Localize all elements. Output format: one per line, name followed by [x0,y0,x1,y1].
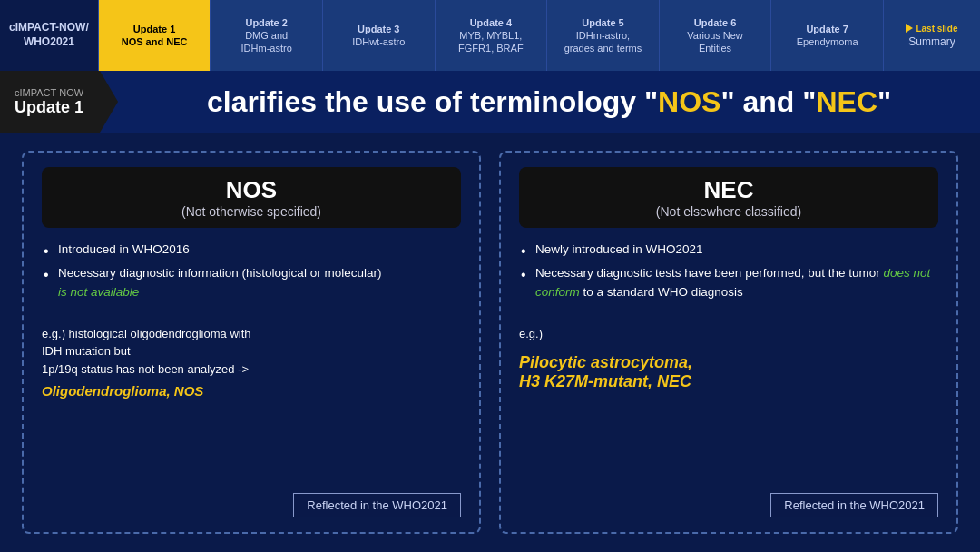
badge-small-text: cIMPACT-NOW [15,87,83,98]
badge-big-text: Update 1 [15,98,83,117]
nec-bullet-2: Necessary diagnostic tests have been per… [519,264,938,301]
nav-update1-sublabel: NOS and NEC [122,35,188,48]
nec-example-text: e.g.) [519,325,938,343]
nav-item-update2[interactable]: Update 2 DMG and IDHm-astro [211,0,323,71]
nav-update6-label: Update 6 [694,16,736,29]
nec-header: NEC (Not elsewhere classified) [519,167,938,228]
main-content: NOS (Not otherwise specified) Introduced… [0,133,980,552]
nos-bullet-list: Introduced in WHO2016 Necessary diagnost… [42,241,461,307]
nos-reflected-badge: Reflected in the WHO2021 [293,493,461,518]
nos-term-full: (Not otherwise specified) [56,204,446,219]
nec-card: NEC (Not elsewhere classified) Newly int… [499,151,958,534]
nav-update5-label: Update 5 [582,16,623,29]
nos-green-text: is not available [58,285,139,299]
nec-bullet2-suffix: to a standard WHO diagnosis [580,285,743,299]
nos-bullet-1: Introduced in WHO2016 [42,241,461,259]
nav-item-update4[interactable]: Update 4 MYB, MYBL1, FGFR1, BRAF [436,0,548,71]
nec-term-full: (Not elsewhere classified) [534,204,924,219]
slide-title-area: cIMPACT-NOW Update 1 clarifies the use o… [0,71,980,133]
nav-update3-sublabel: IDHwt-astro [352,35,405,48]
title-pre-text: clarifies the use of terminology " [207,85,658,118]
title-nec-highlight: NEC [816,85,877,118]
nav-update2-sublabel: DMG and IDHm-astro [241,29,292,55]
nec-term: NEC [534,176,924,204]
nec-bullet-list: Newly introduced in WHO2021 Necessary di… [519,241,938,307]
nav-update2-label: Update 2 [245,16,287,29]
nav-item-update3[interactable]: Update 3 IDHwt-astro [323,0,436,71]
nav-item-update6[interactable]: Update 6 Various New Entities [660,0,772,71]
title-mid-text: " and " [720,85,816,118]
nos-bullet-2: Necessary diagnostic information (histol… [42,264,461,301]
summary-label: Summary [908,35,955,48]
nav-item-update5[interactable]: Update 5 IDHm-astro; grades and terms [547,0,660,71]
nav-item-update1[interactable]: Update 1 NOS and NEC [99,0,211,71]
nec-bullet2-pre: Necessary diagnostic tests have been per… [535,266,883,280]
nos-header: NOS (Not otherwise specified) [42,167,461,228]
nec-reflected-badge: Reflected in the WHO2021 [770,493,938,518]
nav-update6-sublabel: Various New Entities [687,29,743,55]
top-navigation: cIMPACT-NOW/ WHO2021 Update 1 NOS and NE… [0,0,980,71]
nec-bullet-1: Newly introduced in WHO2021 [519,241,938,259]
nav-update7-sublabel: Ependymoma [797,35,858,48]
slide-title: clarifies the use of terminology "NOS" a… [100,85,980,119]
nos-term: NOS [56,176,446,204]
nav-update4-sublabel: MYB, MYBL1, FGFR1, BRAF [458,29,524,55]
nec-bold-yellow: Pilocytic astrocytoma, H3 K27M-mutant, N… [519,353,938,391]
brand-label: cIMPACT-NOW/ WHO2021 [9,21,89,49]
nav-item-update7[interactable]: Update 7 Ependymoma [771,0,884,71]
title-nos-highlight: NOS [658,85,720,118]
last-slide-indicator: Last slide [906,24,957,34]
arrow-icon [906,24,913,33]
nos-bold-yellow: Oligodendroglioma, NOS [42,383,461,399]
nav-update5-sublabel: IDHm-astro; grades and terms [564,29,642,55]
nav-update1-label: Update 1 [133,23,175,35]
nos-bullet2-text: Necessary diagnostic information (histol… [58,266,381,280]
nav-brand[interactable]: cIMPACT-NOW/ WHO2021 [0,0,99,71]
nos-card: NOS (Not otherwise specified) Introduced… [22,151,481,534]
title-post-text: " [877,85,891,118]
nav-item-summary[interactable]: Last slide Summary [884,0,980,71]
nos-example-text: e.g.) histological oligodendroglioma wit… [42,325,461,379]
nav-update4-label: Update 4 [470,16,512,29]
nav-update7-label: Update 7 [806,23,848,35]
nav-update3-label: Update 3 [358,23,399,35]
update-badge: cIMPACT-NOW Update 1 [0,71,100,133]
